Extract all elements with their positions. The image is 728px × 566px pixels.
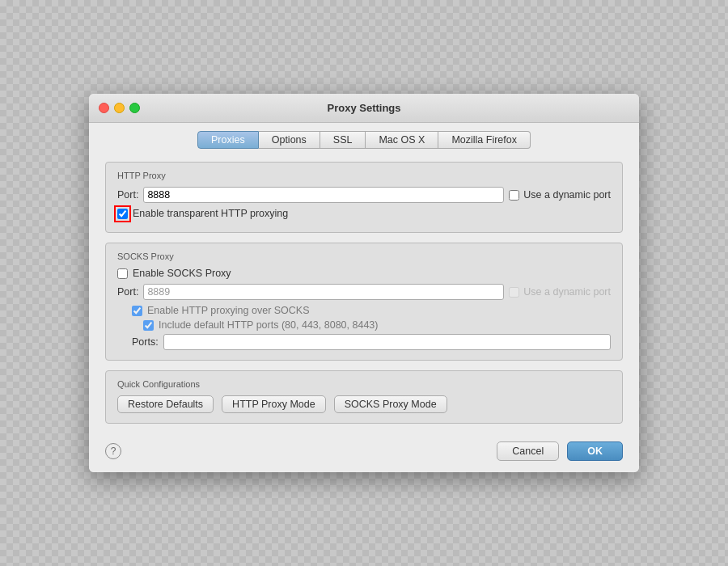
socks-enable-label: Enable SOCKS Proxy [133,268,231,279]
tabs-row: Proxies Options SSL Mac OS X Mozilla Fir… [89,123,639,154]
http-dynamic-port-area: Use a dynamic port [509,189,611,201]
http-proxy-section: HTTP Proxy Port: Use a dynamic port Enab… [105,162,623,233]
socks-port-label: Port: [117,286,138,298]
socks-ports-label: Ports: [132,336,159,348]
include-ports-checkbox[interactable] [143,320,154,331]
minimize-button[interactable] [114,103,125,113]
socks-port-input[interactable] [143,284,504,300]
http-port-row: Port: Use a dynamic port [117,187,611,203]
tab-firefox[interactable]: Mozilla Firefox [438,131,531,149]
tab-proxies[interactable]: Proxies [197,131,259,149]
quick-buttons-row: Restore Defaults HTTP Proxy Mode SOCKS P… [117,395,611,413]
socks-proxy-label: SOCKS Proxy [117,251,611,261]
http-transparent-checkbox[interactable] [117,209,128,219]
socks-ports-input[interactable] [163,334,611,350]
footer: ? Cancel OK [89,433,639,472]
http-transparent-row: Enable transparent HTTP proxying [117,208,611,219]
proxy-settings-window: Proxy Settings Proxies Options SSL Mac O… [89,94,639,472]
include-ports-label: Include default HTTP ports (80, 443, 808… [159,319,378,331]
http-port-label: Port: [117,189,138,201]
http-over-socks-label: Enable HTTP proxying over SOCKS [147,305,310,316]
socks-enable-row: Enable SOCKS Proxy [117,268,611,279]
http-proxy-mode-button[interactable]: HTTP Proxy Mode [222,395,326,413]
socks-dynamic-port-label: Use a dynamic port [523,286,611,298]
help-button[interactable]: ? [105,443,121,459]
footer-buttons: Cancel OK [497,441,623,461]
socks-dynamic-port-checkbox[interactable] [509,287,519,298]
tab-macosx[interactable]: Mac OS X [366,131,438,149]
http-proxy-label: HTTP Proxy [117,171,611,180]
http-transparent-label: Enable transparent HTTP proxying [133,208,288,219]
cancel-button[interactable]: Cancel [497,441,559,461]
ok-button[interactable]: OK [567,441,623,461]
tab-ssl[interactable]: SSL [320,131,366,149]
quick-config-section: Quick Configurations Restore Defaults HT… [105,370,623,424]
socks-proxy-mode-button[interactable]: SOCKS Proxy Mode [334,395,447,413]
http-port-input[interactable] [143,187,504,203]
socks-ports-row: Ports: [132,334,611,350]
quick-config-label: Quick Configurations [117,379,611,389]
socks-dynamic-port-area: Use a dynamic port [509,286,611,298]
close-button[interactable] [99,103,109,113]
window-title: Proxy Settings [327,102,400,114]
socks-proxy-section: SOCKS Proxy Enable SOCKS Proxy Port: Use… [105,243,623,361]
traffic-lights [99,103,140,113]
socks-port-row: Port: Use a dynamic port [117,284,611,300]
socks-enable-checkbox[interactable] [117,268,128,279]
restore-defaults-button[interactable]: Restore Defaults [117,395,214,413]
maximize-button[interactable] [129,103,140,113]
content-area: HTTP Proxy Port: Use a dynamic port Enab… [89,154,639,433]
tab-options[interactable]: Options [259,131,320,149]
titlebar: Proxy Settings [89,94,639,123]
http-dynamic-port-checkbox[interactable] [509,190,519,201]
http-over-socks-row: Enable HTTP proxying over SOCKS [132,305,611,316]
http-dynamic-port-label: Use a dynamic port [523,189,611,201]
http-over-socks-checkbox[interactable] [132,306,142,316]
include-ports-row: Include default HTTP ports (80, 443, 808… [143,319,611,331]
